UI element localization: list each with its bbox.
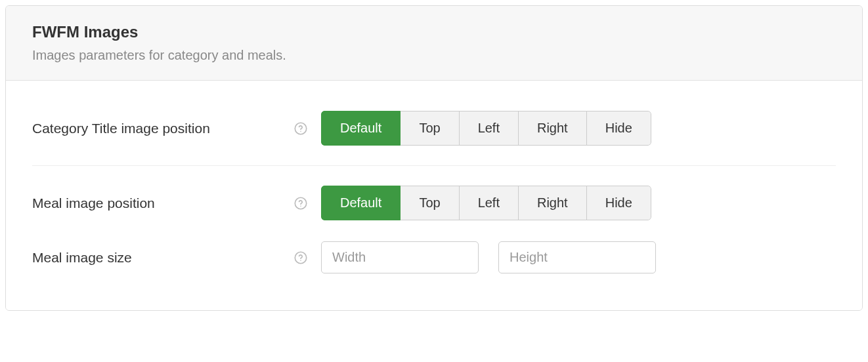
help-icon[interactable] [293,121,308,136]
option-hide[interactable]: Hide [586,111,651,146]
svg-point-5 [300,260,301,261]
category-title-pos-group: Default Top Left Right Hide [321,111,651,146]
option-hide[interactable]: Hide [586,186,651,220]
help-icon[interactable] [293,251,308,265]
panel-title: FWFM Images [32,23,836,41]
svg-point-3 [300,205,301,207]
width-input[interactable] [321,241,479,273]
option-default[interactable]: Default [321,186,401,220]
option-left[interactable]: Left [459,111,519,146]
row-meal-image-position: Meal image position Default Top Left Rig… [32,175,836,231]
meal-image-pos-group: Default Top Left Right Hide [321,186,651,220]
label-col: Meal image size [32,250,321,266]
control-col: Default Top Left Right Hide [321,186,836,220]
label-col: Category Title image position [32,121,321,136]
control-col: Default Top Left Right Hide [321,111,836,146]
row-category-title-image-position: Category Title image position Default To… [32,100,836,156]
option-top[interactable]: Top [400,186,459,220]
help-icon[interactable] [293,196,308,211]
row-meal-image-size: Meal image size [32,231,836,284]
height-input[interactable] [498,241,656,273]
label-category-title-pos: Category Title image position [32,121,210,136]
option-default[interactable]: Default [321,111,401,146]
option-left[interactable]: Left [459,186,519,220]
option-right[interactable]: Right [518,111,587,146]
label-meal-image-pos: Meal image position [32,195,155,211]
panel-header: FWFM Images Images parameters for catego… [6,6,862,81]
panel-body: Category Title image position Default To… [6,81,862,310]
svg-point-1 [300,131,301,132]
label-col: Meal image position [32,195,321,211]
option-top[interactable]: Top [400,111,459,146]
panel-subtitle: Images parameters for category and meals… [32,48,836,63]
option-right[interactable]: Right [518,186,587,220]
fwfm-images-panel: FWFM Images Images parameters for catego… [5,5,863,311]
control-col [321,241,836,273]
label-meal-image-size: Meal image size [32,250,132,266]
divider [32,165,836,166]
